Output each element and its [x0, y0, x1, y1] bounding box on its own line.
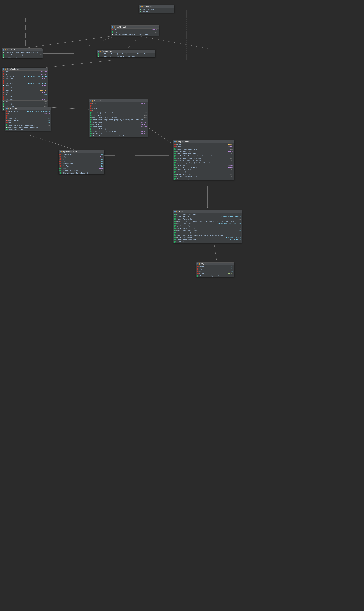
diagram-canvas: MainClass + ▶ main(String[]) void + ▶ Ma… [0, 0, 364, 611]
class-controller-title: Controller [94, 100, 103, 102]
class-controller-header: Controller [89, 100, 148, 103]
class-requesttable-title: RequestTable [178, 141, 189, 143]
class-icon-orange [199, 263, 200, 265]
svg-line-15 [81, 36, 115, 48]
class-edge-header: Edge [196, 262, 234, 265]
class-controller: Controller - ◆ full boolean - ◆ empty bo… [89, 99, 148, 137]
class-elevatortable: ElevatorTable + ▶ addElevator (int, Elev… [2, 48, 43, 58]
class-guider-methods: + ▶ addElevator (int, int) void + ▶ guid… [173, 213, 242, 243]
class-icon-orange [176, 141, 177, 142]
method-inputconstructor[interactable]: + ▶ InputThread(RequestTable, ElevatorTa… [111, 33, 159, 36]
class-elevatortable-methods: + ▶ addElevator (int, ElevatorThread) vo… [2, 52, 42, 58]
class-elevatorthread-title: ElevatorThread [7, 68, 19, 70]
vis-public-icon: + [98, 55, 99, 57]
class-icon-orange [176, 211, 177, 212]
class-icon-orange [8, 108, 9, 109]
class-elevatorfactory-header: ElevatorFactory [97, 50, 155, 53]
svg-line-8 [29, 135, 77, 150]
svg-line-2 [126, 36, 140, 50]
field-end[interactable]: - ◆ end boolean [111, 28, 159, 31]
vis-public-icon: + [140, 9, 141, 10]
method-elevatorfactoryconstructor[interactable]: + ▶ ElevatorFactory (InputThread, Reques… [97, 55, 155, 57]
class-elevatortable-header: ElevatorTable [2, 49, 42, 52]
class-elevator: Elevator - ◆ passengers ArrayDeque<MyPer… [5, 107, 51, 131]
class-icon-blue [112, 26, 113, 28]
vis-public-icon: + [112, 34, 113, 35]
class-icon-orange [100, 51, 101, 52]
vis-public-icon: + [3, 54, 4, 56]
method-elevatortableconstructor[interactable]: + ▶ ElevatorTable () [2, 56, 42, 58]
class-icon-orange [92, 100, 93, 102]
class-elevatorthread-header: ElevatorThread [2, 68, 48, 71]
class-edge-methods: + ▶ Edge (int, int, int, int) [196, 275, 234, 277]
vis-public-icon: + [112, 31, 113, 33]
svg-line-10 [214, 242, 217, 260]
class-guider: Guider + ▶ addElevator (int, int) void +… [173, 210, 242, 243]
class-inputthread-header: InputThread [111, 26, 159, 28]
svg-line-5 [46, 107, 92, 110]
class-requesttable-fields: - ◆ guider Guider - ◆ empty boolean [173, 143, 234, 148]
class-icon-blue [174, 211, 176, 212]
class-icon-blue [98, 51, 99, 52]
class-elevatortable-title: ElevatorTable [7, 49, 19, 51]
class-icon-blue [6, 108, 8, 109]
method-makeelevatorthread[interactable]: + ▶ makeElevatorThread (int, int, int, d… [97, 53, 155, 55]
class-elevatorfactory-methods: + ▶ makeElevatorThread (int, int, int, d… [97, 53, 155, 57]
method-addelevator[interactable]: + ▶ addElevator (int, ElevatorThread) vo… [2, 52, 42, 54]
class-icon-blue [90, 100, 91, 102]
class-elevatorthread: ElevatorThread - ◆ open boolean - ◆ empt… [2, 67, 48, 111]
class-elevator-fields: - ◆ passengers ArrayDeque<MyPersonReques… [5, 110, 51, 124]
class-controller-methods: + ▶ nextMove(ElevatorThread) void + ▶ fi… [89, 112, 148, 137]
class-elevator-title: Elevator [10, 108, 17, 109]
class-guider-title: Guider [178, 211, 183, 213]
class-elevatorfactory-title: ElevatorFactory [102, 50, 115, 52]
class-icon-blue [140, 6, 141, 7]
class-elevatorfactory: ElevatorFactory + ▶ makeElevatorThread (… [97, 50, 155, 57]
vis-public-icon: + [140, 11, 141, 12]
class-mypersonrequest-header: MyPersonRequest [59, 150, 104, 153]
class-mypersonrequest-title: MyPersonRequest [63, 151, 77, 153]
vis-public-icon: + [3, 56, 4, 58]
method-mainconstructor[interactable]: + ▶ MainClass () [139, 11, 174, 13]
class-icon-orange [61, 151, 63, 153]
class-mypersonrequest: MyPersonRequest - ◆ tmpFromFloor int - ◆… [59, 150, 104, 174]
class-requesttable-header: RequestTable [173, 140, 234, 143]
class-inputthread-title: InputThread [116, 26, 126, 28]
class-edge-fields: - ◆ from int - ◆ type int - ◆ to int - ◆… [196, 265, 234, 275]
vis-private-icon: - [112, 29, 113, 30]
connector-lines [0, 0, 364, 611]
class-requesttable-methods: + ▶ addMaintainRequest (int) void + ▶ ne… [173, 148, 234, 180]
vis-public-icon: + [3, 52, 4, 53]
class-mypersonrequest-methods: + ▶ apply(int) boolean + ▶ update(int, G… [59, 167, 104, 174]
class-icon-blue [60, 151, 61, 153]
svg-line-3 [46, 60, 115, 67]
class-requesttable: RequestTable - ◆ guider Guider - ◆ empty… [173, 140, 234, 180]
class-mainclass: MainClass + ▶ main(String[]) void + ▶ Ma… [139, 5, 174, 13]
svg-line-14 [140, 36, 208, 48]
class-inputthread: InputThread - ◆ end boolean + ▶ run() vo… [111, 26, 159, 36]
class-icon-blue [3, 49, 4, 51]
class-inputthread-methods: + ▶ run() void + ▶ InputThread(RequestTa… [111, 31, 159, 36]
class-mypersonrequest-fields: - ◆ tmpFromFloor int - ◆ isUpdate boolea… [59, 153, 104, 167]
class-icon-blue [197, 263, 199, 265]
class-mainclass-methods: + ▶ main(String[]) void + ▶ MainClass () [139, 8, 174, 13]
class-mainclass-header: MainClass [139, 5, 174, 8]
class-inputthread-fields: - ◆ end boolean [111, 28, 159, 31]
class-icon-blue [174, 141, 176, 142]
class-controller-fields: - ◆ full boolean - ◆ empty boolean - ◆ f… [89, 103, 148, 112]
method-run[interactable]: + ▶ run() void [111, 31, 159, 33]
class-mainclass-title: MainClass [143, 6, 152, 8]
class-icon-orange [5, 49, 6, 51]
class-guider-header: Guider [173, 210, 242, 213]
class-elevator-methods: + ▶ addPassengers (MyPersonRequest) void… [5, 124, 51, 131]
class-elevatorthread-fields: - ◆ open boolean - ◆ empty boolean - ◆ e… [2, 71, 48, 101]
class-edge-title: Edge [201, 263, 205, 265]
method-removeelevator[interactable]: + ▶ removeElevator (int) void [2, 54, 42, 56]
vis-public-icon: + [98, 53, 99, 55]
class-icon-orange [114, 26, 115, 28]
class-icon-orange [142, 6, 143, 7]
method-main[interactable]: + ▶ main(String[]) void [139, 8, 174, 11]
class-elevator-header: Elevator [5, 107, 51, 110]
class-icon-orange [5, 68, 6, 70]
svg-line-1 [22, 36, 115, 48]
